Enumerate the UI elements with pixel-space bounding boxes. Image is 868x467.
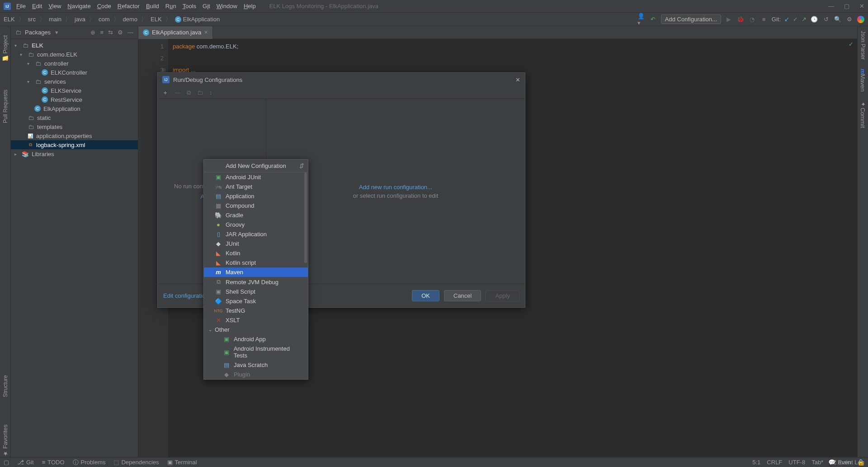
cursor-position[interactable]: 5:1 [752, 459, 760, 466]
tree-elkservice[interactable]: CELKService [11, 86, 138, 95]
lock-icon[interactable]: 🔒 [857, 459, 864, 466]
tree-elkcontroller[interactable]: CELKController [11, 68, 138, 77]
view-mode-label[interactable]: Packages [25, 29, 51, 36]
menu-view[interactable]: View [48, 3, 61, 10]
git-tool-button[interactable]: ⎇Git [17, 459, 34, 466]
popup-item-groovy[interactable]: ●Groovy [204, 220, 308, 229]
panel-settings-icon[interactable]: ⚙ [118, 29, 123, 36]
popup-item-plugin[interactable]: ◆Plugin [204, 370, 308, 379]
close-icon[interactable]: ✕ [859, 3, 864, 10]
crumb-elk[interactable]: ELK [4, 16, 15, 23]
popup-item-other[interactable]: ⌄Other [204, 325, 308, 334]
crumb-main[interactable]: main [49, 16, 61, 23]
dialog-close-icon[interactable]: ✕ [515, 76, 520, 83]
add-config-icon[interactable]: ＋ [162, 89, 168, 97]
expand-all-icon[interactable]: ≡ [100, 29, 104, 36]
file-encoding[interactable]: UTF-8 [788, 459, 805, 466]
tree-services[interactable]: ▾🗀services [11, 77, 138, 86]
popup-item-testng[interactable]: NTGTestNG [204, 306, 308, 315]
tree-root[interactable]: ▾🗀ELK [11, 41, 138, 50]
git-branch[interactable]: ⎇ main [830, 459, 851, 466]
build-back-icon[interactable]: ↶ [649, 15, 657, 24]
git-commit-icon[interactable]: ✓ [793, 16, 798, 23]
inspection-ok-icon[interactable]: ✓ [849, 41, 854, 48]
add-configuration-button[interactable]: Add Configuration... [661, 14, 721, 24]
menu-tools[interactable]: Tools [183, 3, 196, 10]
coverage-icon[interactable]: ◔ [748, 15, 756, 24]
popup-item-junit[interactable]: ◆JUnit [204, 239, 308, 248]
tree-logback[interactable]: ⧉logback-spring.xml [11, 140, 138, 149]
search-icon[interactable]: 🔍 [834, 15, 842, 24]
tree-elkapp[interactable]: CElkApplication [11, 104, 138, 113]
tree-restservice[interactable]: CRestService [11, 95, 138, 104]
minimize-icon[interactable]: — [828, 3, 834, 10]
history-icon[interactable]: 🕓 [810, 15, 818, 24]
dependencies-tool-button[interactable]: ⬚Dependencies [113, 459, 159, 466]
crumb-elkpkg[interactable]: ELK [151, 16, 162, 23]
run-icon[interactable]: ▶ [725, 15, 733, 24]
menu-build[interactable]: Build [146, 3, 159, 10]
user-icon[interactable]: 👤▾ [637, 15, 646, 24]
commit-tool-button[interactable]: ✦Commit [859, 101, 866, 128]
menu-window[interactable]: Window [217, 3, 237, 10]
crumb-java[interactable]: java [75, 16, 85, 23]
toolwindow-icon[interactable]: ▢ [4, 459, 9, 466]
popup-scrollbar[interactable] [304, 172, 307, 263]
menu-file[interactable]: File [16, 3, 26, 10]
popup-item-android-tests[interactable]: ▣Android Instrumented Tests [204, 344, 308, 360]
menu-refactor[interactable]: Refactor [118, 3, 140, 10]
maximize-icon[interactable]: ▢ [844, 3, 849, 10]
add-new-run-config-link[interactable]: Add new run configuration... [359, 184, 432, 191]
crumb-elkapp[interactable]: ElkApplication [183, 16, 220, 23]
ok-button[interactable]: OK [412, 290, 439, 301]
popup-item-ant[interactable]: 🐜Ant Target [204, 182, 308, 191]
popup-item-android-app[interactable]: ▣Android App [204, 334, 308, 344]
popup-item-application[interactable]: ▤Application [204, 191, 308, 201]
menu-edit[interactable]: Edit [32, 3, 42, 10]
hide-panel-icon[interactable]: — [127, 29, 133, 36]
todo-tool-button[interactable]: ≡TODO [42, 459, 65, 466]
terminal-tool-button[interactable]: ▣Terminal [167, 459, 197, 466]
menu-help[interactable]: Help [244, 3, 256, 10]
line-separator[interactable]: CRLF [767, 459, 782, 466]
tree-static[interactable]: 🗀static [11, 113, 138, 122]
menu-run[interactable]: Run [165, 3, 176, 10]
menu-navigate[interactable]: Navigate [67, 3, 90, 10]
settings-icon[interactable]: ⚙ [845, 15, 854, 24]
popup-item-maven[interactable]: mMaven [204, 267, 308, 277]
project-tool-button[interactable]: 📁Project [2, 35, 9, 62]
tree-libraries[interactable]: ▸📚Libraries [11, 149, 138, 158]
popup-item-xslt[interactable]: ✕XSLT [204, 315, 308, 325]
crumb-demo[interactable]: demo [123, 16, 138, 23]
git-update-icon[interactable]: ↙ [784, 16, 789, 23]
popup-item-android-junit[interactable]: ▣Android JUnit [204, 172, 308, 182]
filter-icon[interactable]: ⇵ [299, 162, 304, 169]
structure-tool-button[interactable]: Structure [2, 375, 9, 397]
popup-item-jar[interactable]: ▯JAR Application [204, 229, 308, 239]
favorites-tool-button[interactable]: ★Favorites [2, 424, 9, 457]
json-parser-tool-button[interactable]: Json Parser [860, 31, 866, 60]
crumb-com[interactable]: com [99, 16, 110, 23]
tree-controller[interactable]: ▾🗀controller [11, 59, 138, 68]
popup-item-remote-jvm[interactable]: ⧉Remote JVM Debug [204, 277, 308, 287]
popup-item-gradle[interactable]: 🐘Gradle [204, 210, 308, 220]
maven-tool-button[interactable]: mMaven [859, 69, 866, 92]
tree-templates[interactable]: 🗀templates [11, 122, 138, 131]
problems-tool-button[interactable]: ⓘProblems [73, 458, 106, 467]
tree-package[interactable]: ▾🗀com.demo.ELK [11, 50, 138, 59]
debug-icon[interactable]: 🐞 [736, 15, 745, 24]
locate-icon[interactable]: ⊕ [90, 29, 95, 36]
tab-elkapplication[interactable]: C ElkApplication.java ✕ [138, 26, 213, 39]
cancel-button[interactable]: Cancel [444, 290, 481, 301]
popup-item-kotlin[interactable]: ◣Kotlin [204, 248, 308, 258]
popup-item-kotlin-script[interactable]: ◣Kotlin script [204, 258, 308, 267]
collapse-all-icon[interactable]: ⇆ [108, 29, 113, 36]
stop-icon[interactable]: ■ [760, 15, 768, 24]
popup-item-space[interactable]: 🔷Space Task [204, 296, 308, 306]
popup-item-java-scratch[interactable]: ▤Java Scratch [204, 360, 308, 370]
chevron-down-icon[interactable]: ▾ [55, 29, 58, 36]
indent-label[interactable]: Tab* [811, 459, 823, 466]
crumb-src[interactable]: src [28, 16, 36, 23]
popup-item-shell[interactable]: ▣Shell Script [204, 287, 308, 296]
code-with-me-icon[interactable] [857, 16, 864, 23]
